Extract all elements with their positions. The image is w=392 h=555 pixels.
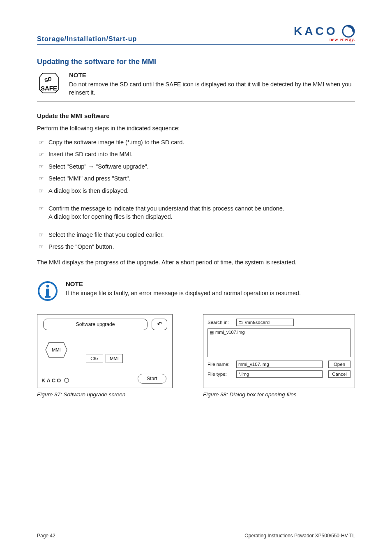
file-icon: ▤ [210, 330, 214, 335]
open-button[interactable]: Open [328, 361, 350, 368]
doc-title: Operating Instructions Powador XP500/550… [244, 533, 355, 539]
note-text: If the image file is faulty, an error me… [66, 289, 355, 297]
info-icon [37, 280, 58, 302]
section-title: Storage/Installation/Start-up [37, 35, 137, 43]
device-cell-mmi[interactable]: MMI [106, 354, 123, 363]
note-title: NOTE [66, 280, 355, 287]
svg-text:SAFE: SAFE [41, 85, 57, 92]
svg-point-9 [65, 378, 69, 383]
step-item: Select "Setup" → "Software upgrade". [37, 161, 355, 173]
file-item[interactable]: ▤ mmi_v107.img [210, 330, 348, 335]
svg-text:SD: SD [44, 76, 53, 84]
heading-rule [37, 68, 355, 68]
closing-paragraph: The MMI displays the progress of the upg… [37, 259, 355, 266]
filetype-dropdown[interactable]: *.img [236, 370, 323, 378]
page-heading: Updating the software for the MMI [37, 58, 355, 66]
steps-list-a: Copy the software image file (*.img) to … [37, 136, 355, 197]
step-item: Insert the SD card into the MMI. [37, 148, 355, 161]
step-item: A dialog box is then displayed. [37, 185, 355, 197]
undo-arrow-icon: ↶ [157, 320, 162, 328]
filename-label: File name: [208, 362, 233, 367]
filename-input[interactable]: mmi_v107.img [236, 361, 323, 368]
steps-list-c: Select the image file that you copied ea… [37, 229, 355, 253]
page-number: Page 42 [37, 533, 55, 539]
steps-list-b: Confirm the message to indicate that you… [37, 203, 355, 223]
search-in-dropdown[interactable]: 🗀 /mnt/sdcard [236, 319, 294, 326]
step-item: Select "MMI" and press "Start". [37, 173, 355, 185]
step-item: Select the image file that you copied ea… [37, 229, 355, 241]
header-rule [37, 44, 355, 45]
figure-caption: Figure 37: Software upgrade screen [37, 391, 174, 398]
step-item: Copy the software image file (*.img) to … [37, 136, 355, 149]
figure-caption: Figure 38: Dialog box for opening files [203, 391, 355, 398]
file-list[interactable]: ▤ mmi_v107.img [208, 328, 350, 357]
software-upgrade-screen: Software upgrade ↶ MMI C6x MMI KACO Star… [37, 314, 173, 388]
device-cell-c6x[interactable]: C6x [86, 354, 103, 363]
svg-point-5 [46, 284, 49, 287]
screen-title-bar: Software upgrade [43, 319, 148, 330]
svg-rect-6 [46, 289, 49, 297]
svg-rect-7 [45, 296, 51, 298]
step-item: Confirm the message to indicate that you… [37, 203, 355, 223]
note-text: Do not remove the SD card until the SAFE… [69, 80, 355, 97]
search-in-label: Search in: [208, 320, 233, 325]
cancel-button[interactable]: Cancel [328, 370, 350, 378]
start-button[interactable]: Start [138, 374, 166, 384]
sub-heading: Update the MMI software [37, 112, 355, 119]
folder-icon: 🗀 [238, 320, 243, 325]
footer-logo: KACO [42, 377, 69, 384]
filetype-label: File type: [208, 372, 233, 377]
back-button[interactable]: ↶ [152, 319, 167, 330]
open-file-dialog: Search in: 🗀 /mnt/sdcard ▤ mmi_v107.img … [203, 314, 355, 388]
logo-swirl-icon [64, 377, 69, 383]
mmi-hex-indicator: MMI [45, 342, 68, 358]
lead-text: Perform the following steps in the indic… [37, 125, 355, 132]
note-title: NOTE [69, 72, 355, 79]
step-item: Press the "Open" button. [37, 241, 355, 253]
logo: KACO new energy. [294, 25, 355, 43]
sd-safe-icon: SD SAFE [37, 72, 62, 96]
